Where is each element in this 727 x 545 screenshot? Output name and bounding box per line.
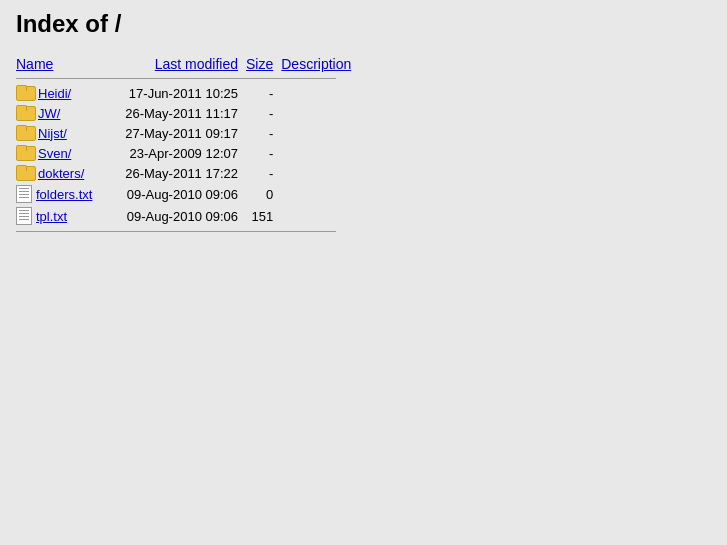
- file-description-cell: [281, 83, 361, 103]
- page-heading: Index of /: [16, 10, 711, 38]
- file-icon: [16, 185, 32, 203]
- file-name-cell: Nijst/: [16, 123, 116, 143]
- file-link[interactable]: JW/: [38, 106, 60, 121]
- sort-by-size-link[interactable]: Size: [246, 56, 273, 72]
- file-listing-table: Name Last modified Size Description Heid…: [16, 54, 361, 236]
- folder-icon: [16, 165, 34, 181]
- table-row: dokters/26-May-2011 17:22-: [16, 163, 361, 183]
- folder-icon: [16, 105, 34, 121]
- file-size-cell: -: [246, 83, 281, 103]
- file-modified-cell: 26-May-2011 17:22: [116, 163, 246, 183]
- col-header-name[interactable]: Name: [16, 54, 116, 74]
- table-row: Heidi/17-Jun-2011 10:25-: [16, 83, 361, 103]
- file-rows-body: Heidi/17-Jun-2011 10:25-JW/26-May-2011 1…: [16, 83, 361, 227]
- col-header-size[interactable]: Size: [246, 54, 281, 74]
- file-size-cell: -: [246, 163, 281, 183]
- file-modified-cell: 26-May-2011 11:17: [116, 103, 246, 123]
- file-modified-cell: 09-Aug-2010 09:06: [116, 183, 246, 205]
- col-header-modified[interactable]: Last modified: [116, 54, 246, 74]
- file-size-cell: 151: [246, 205, 281, 227]
- folder-icon: [16, 145, 34, 161]
- table-row: tpl.txt09-Aug-2010 09:06151: [16, 205, 361, 227]
- file-size-cell: -: [246, 143, 281, 163]
- sort-by-modified-link[interactable]: Last modified: [155, 56, 238, 72]
- file-link[interactable]: folders.txt: [36, 187, 92, 202]
- file-modified-cell: 27-May-2011 09:17: [116, 123, 246, 143]
- footer-divider-row: [16, 227, 361, 236]
- folder-icon: [16, 85, 34, 101]
- file-link[interactable]: dokters/: [38, 166, 84, 181]
- file-name-cell: dokters/: [16, 163, 116, 183]
- file-link[interactable]: Nijst/: [38, 126, 67, 141]
- table-row: folders.txt09-Aug-2010 09:060: [16, 183, 361, 205]
- file-modified-cell: 09-Aug-2010 09:06: [116, 205, 246, 227]
- file-name-cell: Heidi/: [16, 83, 116, 103]
- file-name-cell: folders.txt: [16, 183, 116, 205]
- file-size-cell: 0: [246, 183, 281, 205]
- file-size-cell: -: [246, 123, 281, 143]
- sort-by-name-link[interactable]: Name: [16, 56, 53, 72]
- sort-by-desc-link[interactable]: Description: [281, 56, 351, 72]
- folder-icon: [16, 125, 34, 141]
- file-size-cell: -: [246, 103, 281, 123]
- col-header-description[interactable]: Description: [281, 54, 361, 74]
- file-description-cell: [281, 183, 361, 205]
- table-row: Nijst/27-May-2011 09:17-: [16, 123, 361, 143]
- file-name-cell: tpl.txt: [16, 205, 116, 227]
- file-modified-cell: 23-Apr-2009 12:07: [116, 143, 246, 163]
- file-name-cell: Sven/: [16, 143, 116, 163]
- file-link[interactable]: Sven/: [38, 146, 71, 161]
- table-header-row: Name Last modified Size Description: [16, 54, 361, 74]
- file-description-cell: [281, 123, 361, 143]
- file-description-cell: [281, 205, 361, 227]
- file-description-cell: [281, 103, 361, 123]
- file-link[interactable]: tpl.txt: [36, 209, 67, 224]
- file-icon: [16, 207, 32, 225]
- file-link[interactable]: Heidi/: [38, 86, 71, 101]
- header-divider-row: [16, 74, 361, 83]
- table-row: Sven/23-Apr-2009 12:07-: [16, 143, 361, 163]
- file-modified-cell: 17-Jun-2011 10:25: [116, 83, 246, 103]
- file-name-cell: JW/: [16, 103, 116, 123]
- file-description-cell: [281, 163, 361, 183]
- file-description-cell: [281, 143, 361, 163]
- table-row: JW/26-May-2011 11:17-: [16, 103, 361, 123]
